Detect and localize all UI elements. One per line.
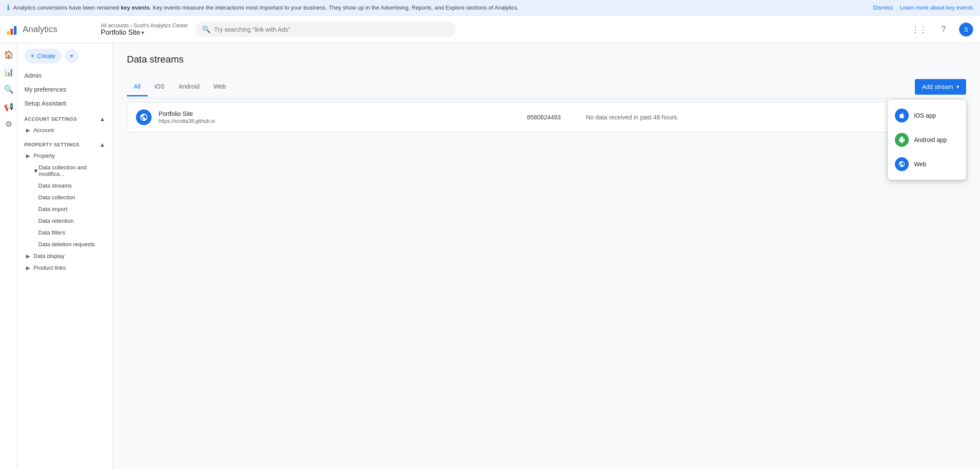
add-stream-area: Add stream ▾ iOS app And: [915, 76, 966, 98]
page-title: Data streams: [127, 54, 966, 65]
tab-all[interactable]: All: [127, 78, 148, 96]
learn-more-button[interactable]: Learn more about key events: [900, 4, 973, 11]
app-name: Analytics: [23, 24, 57, 34]
dropdown-item-ios[interactable]: iOS app: [888, 103, 966, 128]
icon-bar: 🏠 📊 🔍 📢 ⚙: [0, 43, 17, 469]
create-plus-icon: +: [30, 52, 34, 60]
dismiss-button[interactable]: Dismiss: [873, 4, 893, 11]
user-avatar[interactable]: S: [959, 23, 973, 36]
banner-text: Analytics conversions have been renamed …: [13, 4, 870, 11]
stream-row[interactable]: Portfolio Site https://scotta38.github.i…: [127, 102, 966, 132]
sidebar-item-account[interactable]: ▶ Account: [17, 124, 109, 136]
account-settings-chevron-icon: ▲: [99, 116, 106, 122]
tab-ios[interactable]: iOS: [148, 78, 172, 96]
sidebar-item-admin[interactable]: Admin: [17, 69, 109, 83]
main-content: Data streams All iOS Android Web Add str…: [113, 43, 980, 469]
dropdown-item-web[interactable]: Web: [888, 152, 966, 176]
property-chevron-icon: ▾: [141, 29, 144, 36]
sidebar-item-data-collection-sub[interactable]: Data collection: [17, 192, 109, 203]
create-chevron-button[interactable]: ▾: [65, 49, 79, 63]
sidebar-item-data-collection[interactable]: ▼ Data collection and modifica...: [17, 162, 109, 180]
breadcrumb: All accounts › Scott's Analytics Center: [101, 23, 188, 29]
logo-area: Analytics: [7, 24, 94, 35]
sidebar-item-preferences[interactable]: My preferences: [17, 83, 109, 96]
account-expand-icon: ▶: [26, 127, 30, 133]
explore-icon-button[interactable]: 🔍: [1, 82, 17, 97]
tab-android[interactable]: Android: [172, 78, 206, 96]
sidebar-item-data-deletion[interactable]: Data deletion requests: [17, 238, 109, 250]
reports-icon-button[interactable]: 📊: [1, 64, 17, 80]
sidebar-item-data-import[interactable]: Data import: [17, 203, 109, 215]
stream-id: 8580624493: [527, 114, 579, 121]
sidebar-item-product-links[interactable]: ▶ Product links: [17, 262, 109, 274]
search-bar[interactable]: 🔍: [195, 22, 456, 37]
ios-icon: [895, 109, 909, 122]
streams-table: Portfolio Site https://scotta38.github.i…: [127, 102, 966, 132]
app-header: Analytics All accounts › Scott's Analyti…: [0, 16, 980, 43]
app-layout: 🏠 📊 🔍 📢 ⚙ + Create ▾ Admin My preference…: [0, 43, 980, 469]
product-links-expand-icon: ▶: [26, 265, 30, 271]
tabs-left: All iOS Android Web: [127, 78, 233, 96]
sidebar-item-data-streams[interactable]: Data streams: [17, 180, 109, 192]
help-button[interactable]: ?: [935, 21, 952, 38]
account-settings-header[interactable]: Account settings ▲: [17, 110, 113, 124]
property-title-area: All accounts › Scott's Analytics Center …: [101, 23, 188, 36]
dropdown-item-android[interactable]: Android app: [888, 128, 966, 152]
search-icon: 🔍: [202, 25, 211, 33]
home-icon-button[interactable]: 🏠: [1, 47, 17, 63]
analytics-logo: [7, 24, 17, 35]
stream-url: https://scotta38.github.io: [159, 118, 520, 124]
add-stream-dropdown: iOS app Android app Web: [888, 100, 966, 180]
sidebar-item-data-display[interactable]: ▶ Data display: [17, 250, 109, 262]
advertising-icon-button[interactable]: 📢: [1, 99, 17, 115]
tabs-bar: All iOS Android Web Add stream ▾ iOS app: [127, 76, 966, 99]
sidebar-item-setup[interactable]: Setup Assistant: [17, 96, 109, 110]
info-icon: ℹ: [7, 3, 10, 12]
property-expand-icon: ▶: [26, 153, 30, 159]
sidebar-item-data-retention[interactable]: Data retention: [17, 215, 109, 227]
web-globe-icon: [895, 157, 909, 171]
data-collection-expand-icon: ▼: [33, 168, 39, 174]
property-name-selector[interactable]: Portfolio Site ▾: [101, 29, 188, 36]
banner-actions: Dismiss Learn more about key events: [873, 4, 973, 11]
sidebar-top-actions: + Create ▾: [17, 43, 113, 69]
property-settings-header[interactable]: Property settings ▲: [17, 136, 113, 150]
add-stream-chevron-icon: ▾: [957, 84, 959, 90]
sidebar-item-property[interactable]: ▶ Property: [17, 150, 109, 162]
sidebar: + Create ▾ Admin My preferences Setup As…: [17, 43, 113, 469]
search-input[interactable]: [214, 26, 449, 33]
stream-name: Portfolio Site: [159, 110, 520, 117]
sidebar-item-data-filters[interactable]: Data filters: [17, 227, 109, 238]
android-icon: [895, 133, 909, 147]
apps-grid-button[interactable]: ⋮⋮: [910, 21, 928, 38]
info-banner: ℹ Analytics conversions have been rename…: [0, 0, 980, 16]
stream-info: Portfolio Site https://scotta38.github.i…: [159, 110, 520, 124]
property-settings-chevron-icon: ▲: [99, 141, 106, 148]
header-right-actions: ⋮⋮ ? S: [910, 21, 973, 38]
data-display-expand-icon: ▶: [26, 253, 30, 259]
tab-web[interactable]: Web: [206, 78, 233, 96]
configure-icon-button[interactable]: ⚙: [1, 116, 17, 132]
stream-globe-icon: [136, 109, 152, 125]
create-button[interactable]: + Create: [24, 49, 61, 63]
add-stream-button[interactable]: Add stream ▾: [915, 79, 966, 95]
